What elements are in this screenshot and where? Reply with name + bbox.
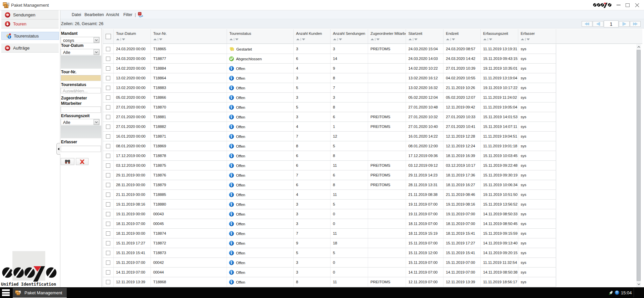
table-row[interactable]: 21.11.2019 00:00T18885 Offen41121.11.201… [103,190,556,200]
row-checkbox[interactable] [106,173,110,177]
table-row[interactable]: 14.02.2020 00:00T18884 Offen4914.02.2020… [103,64,556,73]
table-row[interactable]: 12.11.2019 13:39T18868 Offen811PREITOMS1… [103,277,556,287]
sort-icons[interactable] [446,38,455,41]
table-row[interactable]: 29.11.2019 00:00T18876 Offen76PREITOMS29… [103,170,556,180]
row-checkbox[interactable] [106,251,110,255]
scroll-up-button[interactable] [636,44,641,50]
zugeordneter-mitarbeiter-input[interactable] [61,106,101,113]
row-checkbox[interactable] [106,76,110,80]
sidebar-item-touren[interactable]: Touren [1,19,59,28]
tour-datum-select[interactable]: Alle [61,49,100,55]
row-checkbox[interactable] [106,260,110,265]
row-checkbox[interactable] [106,86,110,90]
tray-info-icon[interactable] [614,290,620,295]
row-checkbox[interactable] [106,115,110,119]
tour-nr-input[interactable] [61,75,101,81]
sidebar-item-auftraege[interactable]: Aufträge [1,44,59,53]
column-header[interactable]: Tour-Nr. [151,29,227,44]
tourenstatus-input[interactable]: Auswählen... [61,88,101,93]
column-header[interactable]: Tourenstatus [227,29,294,44]
row-checkbox[interactable] [106,57,110,61]
row-checkbox[interactable] [106,183,110,187]
taskbar-app-button[interactable]: Paket Management [13,288,67,298]
tray-usb-icon[interactable] [608,290,614,295]
table-row[interactable]: 17.12.2019 00:00T18878 Offen6817.12.2019… [103,151,556,161]
minimize-button[interactable] [614,0,623,10]
clear-filter-button[interactable] [76,158,89,165]
table-row[interactable]: 16.01.2020 00:00T18871 Offen71216.01.202… [103,132,556,141]
current-page-box[interactable]: 1 [604,20,619,27]
table-row[interactable]: 15.11.2019 07:0000042 Offen3015.11.2019 … [103,258,556,268]
table-row[interactable]: 19.11.2019 08:16T18880 Offen3519.11.2019… [103,200,556,209]
column-header[interactable]: Erfassungszeit [481,29,518,44]
sort-icons[interactable] [521,38,530,41]
column-header[interactable]: Endzeit [444,29,481,44]
sort-icons[interactable] [116,38,125,41]
scroll-down-button[interactable] [636,282,641,287]
row-checkbox[interactable] [106,202,110,207]
start-menu-button[interactable] [2,289,10,296]
row-checkbox[interactable] [106,134,110,139]
table-row[interactable]: 27.01.2020 00:00T18870 Offen5827.01.2020… [103,102,556,112]
dropdown-button[interactable] [94,49,99,55]
sort-icons[interactable] [296,38,305,41]
row-checkbox[interactable] [106,125,110,129]
column-header[interactable]: Anzahl Sendungen [331,29,368,44]
row-checkbox[interactable] [106,231,110,236]
column-header[interactable]: Anzahl Kunden [294,29,331,44]
sort-icons[interactable] [229,38,239,41]
sidebar-item-sendungen[interactable]: Sendungen [1,10,59,19]
vertical-scrollbar[interactable] [636,44,641,287]
sort-icons[interactable] [333,38,342,41]
table-row[interactable]: 05.02.2020 00:00T18866 Offen3305.02.2020… [103,93,556,102]
menu-datei[interactable]: Datei [72,12,81,17]
search-button[interactable] [61,158,74,165]
row-checkbox[interactable] [106,212,110,216]
row-checkbox[interactable] [106,144,110,148]
row-checkbox[interactable] [106,95,110,100]
row-checkbox[interactable] [106,222,110,226]
table-row[interactable]: 27.01.2020 00:00T18881 Offen36PREITOMS27… [103,112,556,122]
sort-icons[interactable] [153,38,163,41]
table-row[interactable]: 08.01.2020 00:00T18869 Offen8508.01.2020… [103,141,556,151]
row-checkbox[interactable] [106,241,110,245]
dropdown-button[interactable] [94,119,99,125]
table-row[interactable]: 19.11.2019 00:0000043 Offen3019.11.2019 … [103,209,556,219]
column-header[interactable]: Zugeordneter Mitarbeiter [368,29,406,44]
table-row[interactable]: 13.02.2020 00:00T18864 Offen3813.02.2020… [103,73,556,83]
table-row[interactable]: 03.12.2019 00:00T18875 Offen611PREITOMS0… [103,161,556,170]
row-checkbox[interactable] [106,193,110,197]
select-all-checkbox[interactable] [106,34,111,39]
scrollbar-thumb[interactable] [637,50,641,281]
last-page-button[interactable] [630,21,641,27]
column-header[interactable]: Startzeit [406,29,444,44]
maximize-button[interactable] [623,0,632,10]
dropdown-button[interactable] [94,37,99,43]
mandant-select[interactable]: cosys [61,37,100,43]
table-row[interactable]: 27.01.2020 00:00T18882 Offen41PREITOMS27… [103,122,556,132]
table-row[interactable]: 18.11.2019 00:00T18874 Offen71118.11.201… [103,229,556,238]
menu-filter[interactable]: Filter [123,12,132,17]
row-checkbox[interactable] [106,105,110,109]
table-row[interactable]: 14.11.2019 07:0000044 Offen3014.11.2019 … [103,268,556,277]
menu-bearbeiten[interactable]: Bearbeiten [84,12,104,17]
table-row[interactable]: 24.03.2020 00:00T18865 Gestartet33PREITO… [103,44,556,54]
close-button[interactable] [633,0,641,10]
row-checkbox[interactable] [106,270,110,275]
row-checkbox[interactable] [106,163,110,168]
erfasser-input[interactable] [61,146,101,152]
panel-collapse-handle[interactable] [56,143,60,155]
sort-icons[interactable] [370,38,380,41]
column-header[interactable]: Erfasser [518,29,556,44]
export-refresh-icon[interactable] [137,12,143,18]
table-row[interactable]: 13.02.2020 00:00T18883 Offen5713.02.2020… [103,83,556,93]
sidebar-item-tourenstatus-selected[interactable]: Tourenstatus [1,32,59,40]
row-checkbox[interactable] [106,154,110,158]
first-page-button[interactable] [582,21,592,27]
table-row[interactable]: 28.11.2019 00:00T18879 Offen68PREITOMS28… [103,180,556,190]
sort-icons[interactable] [408,38,418,41]
next-page-button[interactable] [619,21,630,27]
row-checkbox[interactable] [106,47,110,51]
table-row[interactable]: 18.11.2019 07:0000045 Offen3018.11.2019 … [103,219,556,229]
sort-icons[interactable] [483,38,492,41]
